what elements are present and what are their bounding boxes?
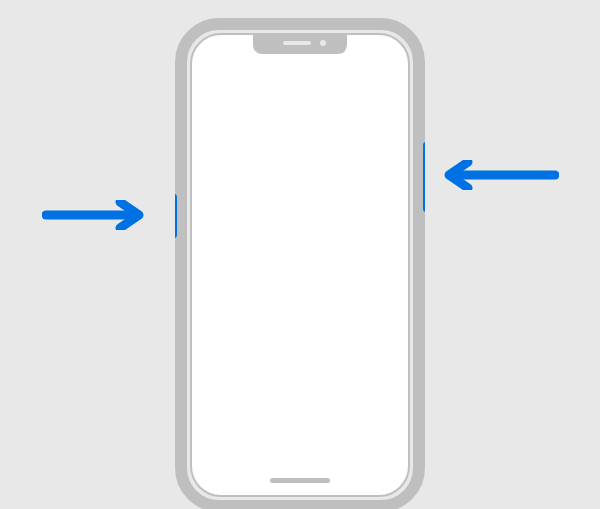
arrow-right-icon (42, 200, 152, 234)
volume-down-button-highlight (175, 194, 177, 238)
svg-point-3 (320, 40, 326, 46)
svg-rect-5 (175, 136, 177, 180)
svg-rect-6 (270, 478, 330, 483)
phone-outline (175, 18, 425, 509)
svg-rect-4 (175, 92, 177, 118)
arrow-left-icon (424, 160, 559, 194)
diagram-container (0, 0, 600, 509)
svg-rect-1 (191, 34, 409, 496)
svg-rect-2 (283, 41, 311, 45)
